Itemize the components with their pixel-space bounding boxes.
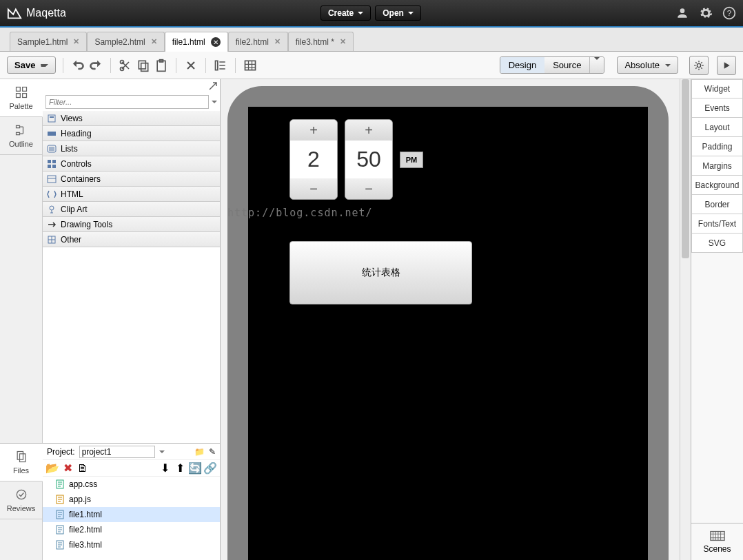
open-menu-button[interactable]: Open xyxy=(375,6,421,21)
category-icon xyxy=(47,114,57,123)
close-icon[interactable]: ✕ xyxy=(151,37,157,46)
upload-icon[interactable]: ⬆ xyxy=(174,463,185,474)
svg-rect-13 xyxy=(22,94,26,98)
property-tab[interactable]: Fonts/Text xyxy=(691,214,743,234)
link-icon[interactable]: 🔗 xyxy=(205,463,216,474)
minute-increment-button[interactable]: + xyxy=(345,120,392,141)
design-toggle[interactable]: Design xyxy=(500,57,544,73)
help-icon[interactable]: ? xyxy=(722,6,736,20)
palette-category[interactable]: HTML xyxy=(43,187,220,202)
scrollbar-thumb[interactable] xyxy=(682,79,689,258)
create-menu-button[interactable]: Create xyxy=(320,6,371,21)
save-button[interactable]: Save xyxy=(7,56,56,74)
project-select[interactable] xyxy=(79,446,155,458)
minute-decrement-button[interactable]: − xyxy=(345,178,392,199)
preview-button[interactable] xyxy=(717,56,736,75)
user-icon[interactable] xyxy=(675,6,689,20)
palette-category-label: Heading xyxy=(61,129,92,138)
file-tabs-bar: Sample1.html✕Sample2.html✕file1.html✕fil… xyxy=(0,28,743,52)
file-tree-item[interactable]: app.css xyxy=(43,477,220,492)
gear-icon[interactable] xyxy=(699,6,713,20)
layout-mode-dropdown[interactable]: Absolute xyxy=(617,56,678,74)
left-vertical-tabs: Palette Outline xyxy=(0,79,43,443)
panel-collapse-icon[interactable] xyxy=(43,79,220,93)
outline-tab[interactable]: Outline xyxy=(0,117,42,155)
paste-icon[interactable] xyxy=(154,58,169,73)
property-tab[interactable]: Events xyxy=(691,98,743,118)
svg-rect-22 xyxy=(48,165,51,168)
delete-file-icon[interactable]: ✖ xyxy=(62,463,73,474)
close-icon[interactable]: ✕ xyxy=(73,37,79,46)
file-tree-item[interactable]: file1.html xyxy=(43,507,220,522)
file-tab[interactable]: file2.html✕ xyxy=(228,32,288,51)
new-project-icon[interactable]: 📁 xyxy=(194,447,205,457)
scenes-tab[interactable]: Scenes xyxy=(691,523,743,560)
file-icon xyxy=(55,479,65,489)
property-tab[interactable]: Padding xyxy=(691,137,743,156)
reviews-tab[interactable]: Reviews xyxy=(0,481,42,519)
cut-icon[interactable] xyxy=(118,58,133,73)
new-file-icon[interactable]: 🗎 xyxy=(77,463,88,474)
delete-icon[interactable] xyxy=(183,58,199,73)
file-tab[interactable]: file1.html✕ xyxy=(165,32,228,52)
file-tab[interactable]: file3.html *✕ xyxy=(288,32,354,51)
ampm-toggle[interactable]: PM xyxy=(400,152,423,168)
file-tree-item[interactable]: file2.html xyxy=(43,522,220,537)
undo-icon[interactable] xyxy=(70,58,85,73)
property-tab[interactable]: Widget xyxy=(691,79,743,98)
close-icon[interactable]: ✕ xyxy=(274,37,281,46)
download-icon[interactable]: ⬇ xyxy=(159,463,170,474)
file-name-label: file3.html xyxy=(69,540,102,550)
source-toggle[interactable]: Source xyxy=(544,57,589,73)
hour-value[interactable]: 2 xyxy=(290,141,337,178)
palette-category[interactable]: Drawing Tools xyxy=(43,217,220,232)
palette-category[interactable]: Controls xyxy=(43,156,220,172)
theme-editor-icon[interactable] xyxy=(213,58,228,73)
chevron-down-icon[interactable] xyxy=(212,101,217,103)
file-tree-item[interactable]: file3.html xyxy=(43,537,220,552)
palette-category[interactable]: Other xyxy=(43,232,220,247)
create-label: Create xyxy=(328,8,354,18)
palette-category[interactable]: Clip Art xyxy=(43,202,220,217)
copy-icon[interactable] xyxy=(136,58,151,73)
file-tab[interactable]: Sample2.html✕ xyxy=(87,32,164,51)
file-tab[interactable]: Sample1.html✕ xyxy=(10,32,87,51)
canvas-scroll[interactable]: + 2 − + 50 − PM http://blog.csdn.net/ 统计… xyxy=(221,79,691,560)
palette-category-label: Lists xyxy=(61,144,78,154)
palette-category[interactable]: Views xyxy=(43,111,220,126)
files-tab[interactable]: Files xyxy=(0,444,43,481)
hour-decrement-button[interactable]: − xyxy=(290,178,337,199)
file-tree-item[interactable]: app.js xyxy=(43,492,220,507)
table-icon[interactable] xyxy=(243,58,258,73)
chevron-down-icon[interactable] xyxy=(159,450,165,453)
svg-rect-12 xyxy=(16,94,20,98)
chevron-down-icon xyxy=(41,64,48,67)
hour-increment-button[interactable]: + xyxy=(290,120,337,141)
edit-project-icon[interactable]: ✎ xyxy=(209,447,216,457)
view-mode-menu[interactable] xyxy=(589,57,604,73)
property-tab[interactable]: Margins xyxy=(691,156,743,176)
close-icon[interactable]: ✕ xyxy=(211,37,221,47)
property-tab[interactable]: SVG xyxy=(691,234,743,253)
refresh-icon[interactable]: 🔄 xyxy=(190,463,201,474)
property-tab[interactable]: Background xyxy=(691,176,743,195)
minute-value[interactable]: 50 xyxy=(345,141,392,178)
settings-button[interactable] xyxy=(689,56,709,75)
property-tab[interactable]: Layout xyxy=(691,118,743,137)
palette-category[interactable]: Containers xyxy=(43,172,220,187)
palette-filter-input[interactable] xyxy=(45,95,209,109)
palette-category[interactable]: Heading xyxy=(43,126,220,141)
main-toolbar: Save Design Source Absolute xyxy=(0,52,743,79)
stats-table-button[interactable]: 统计表格 xyxy=(289,241,472,304)
svg-rect-20 xyxy=(48,160,51,163)
close-icon[interactable]: ✕ xyxy=(340,37,346,46)
palette-tab[interactable]: Palette xyxy=(0,79,43,117)
property-tab[interactable]: Border xyxy=(691,195,743,214)
file-tree: app.cssapp.jsfile1.htmlfile2.htmlfile3.h… xyxy=(43,477,220,560)
open-folder-icon[interactable]: 📂 xyxy=(47,463,58,474)
file-name-label: app.js xyxy=(69,495,91,504)
vertical-scrollbar[interactable] xyxy=(680,79,691,560)
redo-icon[interactable] xyxy=(88,58,103,73)
palette-category[interactable]: Lists xyxy=(43,141,220,156)
svg-rect-4 xyxy=(139,61,146,69)
